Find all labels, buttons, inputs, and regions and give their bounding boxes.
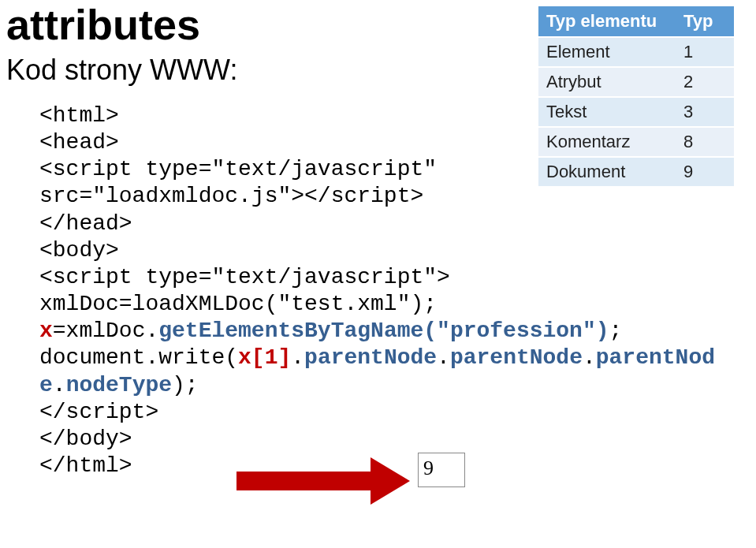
code-line: <head> <box>39 130 119 155</box>
slide-title: attributes <box>6 0 200 49</box>
code-text: ; <box>609 319 623 343</box>
code-text: . <box>291 345 304 370</box>
cell-name: Element <box>538 37 676 67</box>
code-prop: parentNode <box>450 345 583 370</box>
code-line: <script type="text/javascript"> <box>39 265 450 289</box>
arrow-icon <box>236 457 434 505</box>
code-text: . <box>53 373 66 397</box>
table-row: Element 1 <box>538 37 734 67</box>
code-method: getElementsByTagName("profession") <box>158 319 609 343</box>
arrow-shaft <box>236 472 371 490</box>
table-header-type: Typ elementu <box>538 6 676 37</box>
code-var: x[1] <box>238 345 291 370</box>
code-line: <script type="text/javascript" <box>39 157 437 181</box>
cell-value: 2 <box>676 67 734 97</box>
code-line: </html> <box>39 453 132 478</box>
table-header-val: Typ <box>676 6 734 37</box>
code-line: </script> <box>39 400 158 424</box>
code-text: document.write( <box>39 345 238 370</box>
code-line: </body> <box>39 427 132 451</box>
code-text: ); <box>172 373 199 397</box>
code-line: xmlDoc=loadXMLDoc("test.xml"); <box>39 292 437 316</box>
code-line: </head> <box>39 211 132 236</box>
code-text: . <box>583 345 596 370</box>
arrow-head <box>371 457 410 505</box>
code-prop: parentNod <box>596 345 715 370</box>
code-text: . <box>437 345 450 370</box>
code-block: <html> <head> <script type="text/javascr… <box>39 103 715 479</box>
table-row: Atrybut 2 <box>538 67 734 97</box>
code-prop: parentNode <box>304 345 437 370</box>
code-line: <body> <box>39 238 119 263</box>
code-line: src="loadxmldoc.js"></script> <box>39 184 423 208</box>
code-prop: nodeType <box>66 373 172 397</box>
code-text: =xmlDoc. <box>53 319 158 343</box>
slide-subtitle: Kod strony WWW: <box>6 54 237 87</box>
cell-value: 1 <box>676 37 734 67</box>
code-var: x <box>39 319 53 343</box>
output-box: 9 <box>418 453 465 487</box>
code-line: <html> <box>39 103 119 128</box>
code-prop: e <box>39 373 53 397</box>
cell-name: Atrybut <box>538 67 676 97</box>
